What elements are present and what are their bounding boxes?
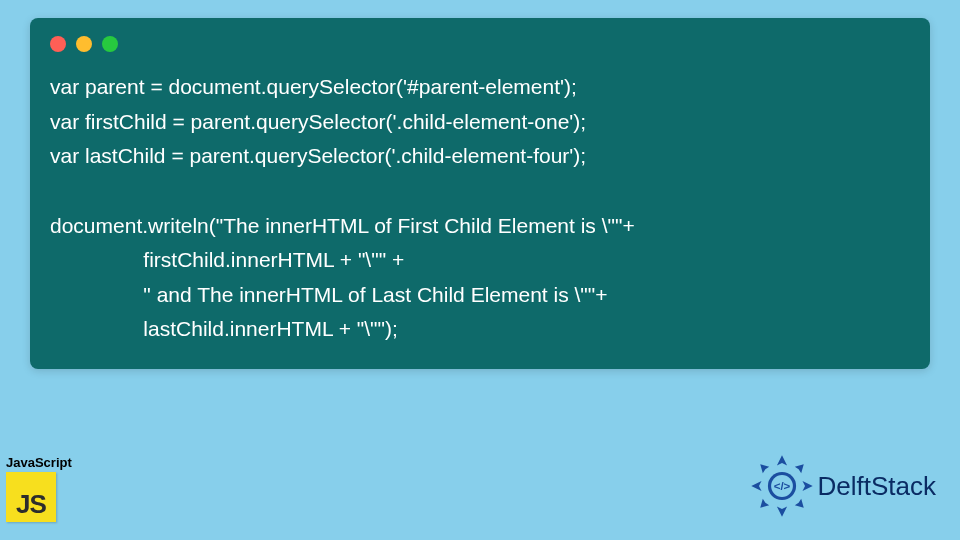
- code-line: var firstChild = parent.querySelector('.…: [50, 110, 586, 133]
- brand-name: DelftStack: [818, 471, 937, 502]
- maximize-icon: [102, 36, 118, 52]
- code-line: var lastChild = parent.querySelector('.c…: [50, 144, 586, 167]
- brand-footer: </> DelftStack: [750, 454, 937, 518]
- svg-text:</>: </>: [773, 480, 790, 492]
- code-line: var parent = document.querySelector('#pa…: [50, 75, 577, 98]
- code-line: lastChild.innerHTML + "\"");: [50, 317, 398, 340]
- svg-marker-2: [751, 481, 761, 491]
- svg-marker-0: [776, 455, 786, 465]
- svg-marker-1: [776, 506, 786, 516]
- window-traffic-lights: [50, 36, 910, 52]
- code-line: firstChild.innerHTML + "\"" +: [50, 248, 404, 271]
- close-icon: [50, 36, 66, 52]
- minimize-icon: [76, 36, 92, 52]
- svg-marker-3: [802, 481, 812, 491]
- javascript-logo-icon: JS: [6, 472, 56, 522]
- svg-marker-7: [794, 499, 803, 508]
- svg-marker-5: [794, 464, 803, 473]
- svg-marker-6: [760, 499, 769, 508]
- javascript-logo-text: JS: [16, 489, 46, 522]
- code-line: " and The innerHTML of Last Child Elemen…: [50, 283, 608, 306]
- javascript-badge: JavaScript JS: [6, 455, 72, 522]
- code-window: var parent = document.querySelector('#pa…: [30, 18, 930, 369]
- code-block: var parent = document.querySelector('#pa…: [50, 70, 910, 347]
- code-line: document.writeln("The innerHTML of First…: [50, 214, 635, 237]
- svg-marker-4: [760, 464, 769, 473]
- javascript-label: JavaScript: [6, 455, 72, 470]
- delftstack-logo-icon: </>: [750, 454, 814, 518]
